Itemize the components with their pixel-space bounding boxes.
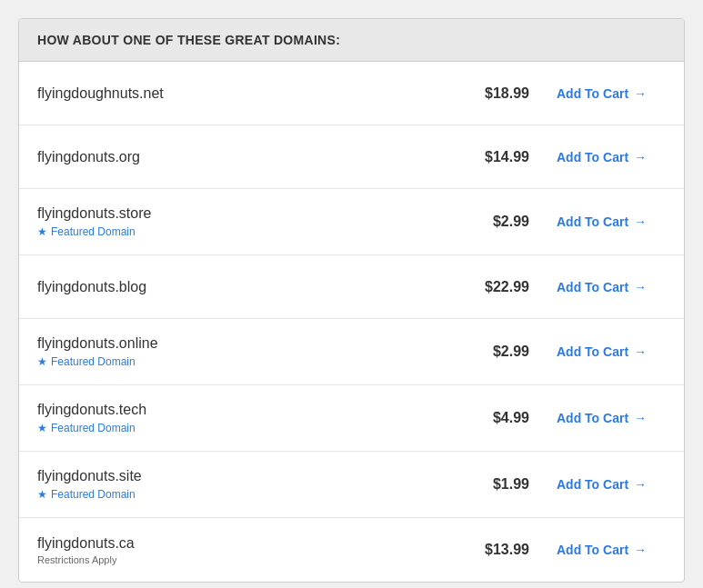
arrow-icon: →: [634, 543, 647, 557]
domain-info: flyingdonuts.blog: [37, 279, 438, 295]
star-icon: ★: [37, 225, 47, 238]
add-to-cart-label: Add To Cart: [557, 280, 628, 294]
domain-info: flyingdonuts.tech★Featured Domain: [37, 402, 438, 434]
table-row: flyingdonuts.caRestrictions Apply$13.99A…: [19, 518, 684, 582]
add-to-cart-button[interactable]: Add To Cart→: [557, 344, 666, 359]
domain-name: flyingdonuts.tech: [37, 402, 146, 417]
arrow-icon: →: [634, 86, 647, 101]
domain-price: $4.99: [438, 410, 529, 426]
add-to-cart-label: Add To Cart: [557, 214, 628, 229]
add-to-cart-label: Add To Cart: [557, 86, 628, 101]
domain-name: flyingdonuts.site: [37, 468, 142, 483]
arrow-icon: →: [634, 477, 647, 492]
domain-name: flyingdoughnuts.net: [37, 85, 164, 101]
header-bar: HOW ABOUT ONE OF THESE GREAT DOMAINS:: [19, 19, 684, 62]
featured-label: ★Featured Domain: [37, 225, 438, 238]
domain-price: $2.99: [438, 214, 529, 230]
add-to-cart-button[interactable]: Add To Cart→: [557, 150, 666, 164]
add-to-cart-label: Add To Cart: [557, 477, 628, 492]
featured-domain-text: Featured Domain: [51, 355, 136, 368]
domain-info: flyingdoughnuts.net: [37, 85, 438, 102]
domain-name: flyingdonuts.online: [37, 335, 158, 351]
domain-name: flyingdonuts.blog: [37, 279, 146, 294]
table-row: flyingdoughnuts.net$18.99Add To Cart→: [19, 62, 684, 125]
featured-domain-text: Featured Domain: [51, 488, 136, 501]
table-row: flyingdonuts.online★Featured Domain$2.99…: [19, 319, 684, 385]
arrow-icon: →: [634, 150, 647, 164]
add-to-cart-button[interactable]: Add To Cart→: [557, 543, 666, 557]
restrictions-label: Restrictions Apply: [37, 554, 438, 565]
add-to-cart-button[interactable]: Add To Cart→: [557, 86, 666, 101]
domain-suggestions-container: HOW ABOUT ONE OF THESE GREAT DOMAINS: fl…: [18, 18, 685, 583]
arrow-icon: →: [634, 344, 647, 359]
domain-price: $1.99: [438, 476, 529, 493]
add-to-cart-button[interactable]: Add To Cart→: [557, 477, 666, 492]
star-icon: ★: [37, 355, 47, 368]
arrow-icon: →: [634, 411, 647, 425]
table-row: flyingdonuts.store★Featured Domain$2.99A…: [19, 189, 684, 255]
domain-info: flyingdonuts.store★Featured Domain: [37, 205, 438, 238]
domain-name: flyingdonuts.store: [37, 205, 151, 221]
featured-domain-text: Featured Domain: [51, 422, 136, 434]
add-to-cart-button[interactable]: Add To Cart→: [557, 411, 666, 425]
star-icon: ★: [37, 488, 47, 501]
table-row: flyingdonuts.tech★Featured Domain$4.99Ad…: [19, 385, 684, 452]
table-row: flyingdonuts.blog$22.99Add To Cart→: [19, 255, 684, 319]
arrow-icon: →: [634, 214, 647, 229]
featured-label: ★Featured Domain: [37, 488, 438, 501]
add-to-cart-button[interactable]: Add To Cart→: [557, 280, 666, 294]
featured-label: ★Featured Domain: [37, 422, 438, 434]
add-to-cart-label: Add To Cart: [557, 543, 628, 557]
star-icon: ★: [37, 422, 47, 434]
add-to-cart-label: Add To Cart: [557, 411, 628, 425]
domain-price: $13.99: [438, 542, 529, 558]
domain-price: $18.99: [438, 85, 529, 102]
table-row: flyingdonuts.org$14.99Add To Cart→: [19, 125, 684, 189]
table-row: flyingdonuts.site★Featured Domain$1.99Ad…: [19, 452, 684, 518]
domain-price: $22.99: [438, 279, 529, 295]
domain-info: flyingdonuts.site★Featured Domain: [37, 468, 438, 501]
header-title: HOW ABOUT ONE OF THESE GREAT DOMAINS:: [37, 33, 340, 47]
domain-list: flyingdoughnuts.net$18.99Add To Cart→fly…: [19, 62, 684, 582]
add-to-cart-button[interactable]: Add To Cart→: [557, 214, 666, 229]
domain-info: flyingdonuts.online★Featured Domain: [37, 335, 438, 368]
domain-info: flyingdonuts.caRestrictions Apply: [37, 535, 438, 565]
domain-info: flyingdonuts.org: [37, 149, 438, 165]
arrow-icon: →: [634, 280, 647, 294]
add-to-cart-label: Add To Cart: [557, 150, 628, 164]
domain-price: $2.99: [438, 344, 529, 360]
add-to-cart-label: Add To Cart: [557, 344, 628, 359]
featured-domain-text: Featured Domain: [51, 225, 136, 238]
domain-name: flyingdonuts.org: [37, 149, 140, 164]
featured-label: ★Featured Domain: [37, 355, 438, 368]
domain-name: flyingdonuts.ca: [37, 535, 135, 551]
domain-price: $14.99: [438, 149, 529, 165]
